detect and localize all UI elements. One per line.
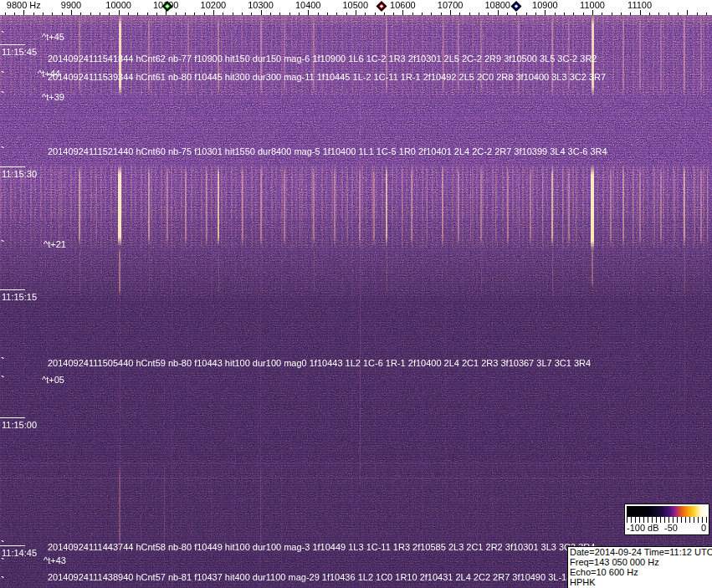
signal-streak <box>79 165 80 247</box>
db-scale-ticks <box>627 517 707 523</box>
signal-streak <box>402 165 402 247</box>
info-echo: Echo=10 600 Hz <box>570 567 711 577</box>
freq-tick-label: 9900 <box>61 0 81 10</box>
faint-horizontal-line <box>0 463 712 463</box>
freq-tick <box>43 13 44 15</box>
signal-streak <box>458 165 459 247</box>
left-edge-mark: ` <box>1 30 4 41</box>
freq-tick-label: 9800 Hz <box>7 0 41 10</box>
freq-tick <box>204 13 205 15</box>
spectrogram-app-window: 9800 Hz990010000101001020010300104001050… <box>0 0 712 588</box>
left-edge-mark: ` <box>1 557 4 568</box>
left-edge-mark: ` <box>1 575 4 586</box>
freq-tick <box>308 10 309 15</box>
signal-streak <box>79 248 80 296</box>
freq-tick <box>289 13 290 15</box>
signal-streak <box>530 165 531 247</box>
freq-tick <box>90 13 91 15</box>
detection-log-line: 20140924111505440 hCnt59 nb-80 f10443 hi… <box>48 358 591 369</box>
signal-streak <box>576 165 576 247</box>
signal-streak <box>495 165 496 247</box>
signal-streak <box>674 165 675 247</box>
freq-tick <box>469 13 470 15</box>
signal-streak <box>700 165 702 247</box>
faint-horizontal-line <box>0 478 712 478</box>
red-marker-icon[interactable] <box>376 1 387 12</box>
info-frequency: Freq=143 050 000 Hz <box>570 557 711 567</box>
freq-tick <box>62 13 63 15</box>
time-label: 11:15:45 <box>2 47 37 58</box>
signal-streak <box>562 165 563 247</box>
freq-tick <box>697 13 698 15</box>
blue-marker-icon[interactable] <box>510 1 521 12</box>
freq-tick <box>242 13 243 15</box>
freq-tick <box>706 13 707 15</box>
signal-streak <box>622 165 624 247</box>
freq-tick <box>668 13 669 15</box>
signal-streak <box>480 165 482 247</box>
freq-tick-label: 10200 <box>201 0 227 10</box>
detection-log-line: 20140924111541844 hCnt62 nb-77 f10900 hi… <box>48 54 597 64</box>
freq-tick <box>384 13 385 15</box>
signal-streak <box>59 165 59 247</box>
signal-streak <box>551 165 553 247</box>
freq-tick <box>488 13 489 15</box>
signal-streak <box>300 165 300 247</box>
signal-streak <box>519 165 520 247</box>
freq-tick-label: 10300 <box>248 0 274 10</box>
freq-tick-label: 10900 <box>532 0 558 10</box>
freq-tick <box>185 13 186 15</box>
event-offset-label: ^t+21 <box>44 239 66 250</box>
freq-tick <box>213 10 214 15</box>
signal-streak <box>242 165 243 247</box>
signal-streak <box>707 165 708 247</box>
signal-streak <box>185 165 187 247</box>
freq-tick <box>450 10 451 15</box>
freq-tick <box>52 13 53 15</box>
freq-tick <box>71 10 72 15</box>
signal-streak <box>633 165 633 247</box>
freq-tick <box>279 13 280 15</box>
frequency-axis: 9800 Hz990010000101001020010300104001050… <box>0 0 712 15</box>
freq-tick <box>564 13 565 15</box>
time-label: 11:14:45 <box>2 548 37 559</box>
detection-log-line: 20140924111539344 hCnt61 nb-80 f10445 hi… <box>48 72 606 83</box>
signal-streak <box>610 165 612 247</box>
freq-tick <box>299 13 300 15</box>
signal-streak <box>314 248 315 296</box>
freq-tick <box>431 13 432 15</box>
freq-tick <box>194 13 195 15</box>
db-max-label: 0 <box>701 523 706 533</box>
signal-streak <box>149 248 150 296</box>
freq-tick <box>327 13 328 15</box>
left-edge-mark: ` <box>1 375 4 386</box>
freq-tick <box>658 13 659 15</box>
info-date-time: Date=2014-09-24 Time=11:12 UTC <box>570 547 711 557</box>
freq-tick-label: 10500 <box>343 0 369 10</box>
signal-streak <box>568 165 570 247</box>
freq-tick-label: 11100 <box>627 0 652 10</box>
info-panel: Date=2014-09-24 Time=11:12 UTC Freq=143 … <box>567 546 712 588</box>
freq-tick <box>5 13 6 15</box>
freq-tick <box>109 13 110 15</box>
freq-tick <box>583 13 584 15</box>
detection-log-line: 20140924111443744 hCnt58 nb-80 f10449 hi… <box>48 542 595 553</box>
left-edge-mark: ` <box>1 539 4 550</box>
freq-tick <box>33 13 34 15</box>
signal-streak <box>218 165 219 247</box>
signal-streak <box>427 165 428 247</box>
freq-tick <box>402 10 403 15</box>
freq-tick <box>119 10 120 15</box>
signal-streak <box>387 248 387 296</box>
freq-tick <box>137 13 138 15</box>
freq-tick <box>422 13 423 15</box>
freq-tick <box>516 13 517 15</box>
freq-tick <box>640 10 641 15</box>
freq-tick <box>649 13 650 15</box>
db-mid-label: -50 <box>664 523 678 533</box>
freq-tick <box>507 13 508 15</box>
freq-tick <box>318 13 319 15</box>
freq-tick <box>555 13 556 15</box>
signal-streak <box>700 15 702 95</box>
left-edge-mark: ` <box>1 70 4 81</box>
